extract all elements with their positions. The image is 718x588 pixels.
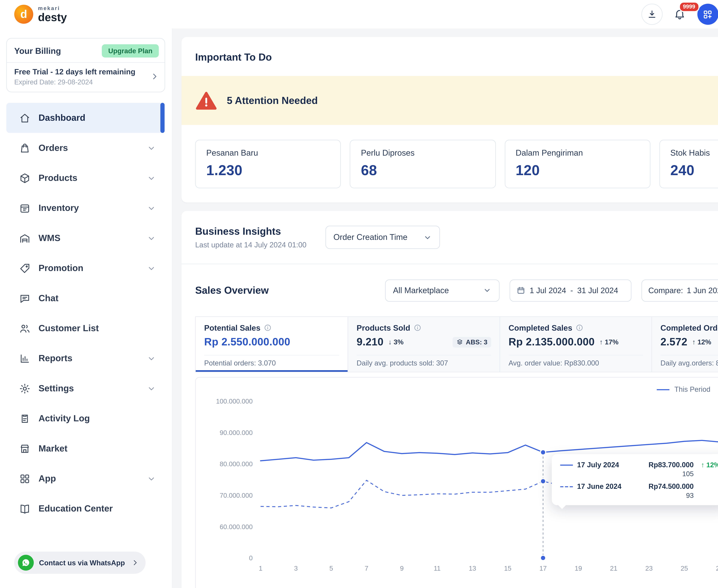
notifications-button[interactable]: 9999 — [669, 4, 690, 25]
status-card-value: 240 — [670, 162, 718, 179]
status-card-stok-habis[interactable]: Stok Habis 240 — [659, 140, 718, 188]
sidebar-item-market[interactable]: Market — [6, 434, 165, 464]
svg-text:90.000.000: 90.000.000 — [220, 429, 253, 436]
sidebar-item-label: Inventory — [39, 203, 79, 213]
metric-label: Products Sold — [356, 323, 410, 332]
whatsapp-label: Contact us via WhatsApp — [39, 559, 125, 567]
info-icon[interactable] — [264, 324, 271, 332]
marketplace-select[interactable]: All Marketplace — [385, 279, 499, 301]
metric-tab-products-sold[interactable]: Products Sold9.210↓ 3%ABS: 3Daily avg. p… — [348, 317, 499, 372]
sidebar-item-orders[interactable]: Orders — [6, 133, 165, 163]
order-creation-time-select[interactable]: Order Creation Time — [326, 226, 440, 249]
status-card-label: Perlu Diproses — [361, 148, 485, 158]
svg-text:7: 7 — [365, 565, 368, 572]
metric-tab-completed-orders[interactable]: Completed Orders2.572↑ 12%Daily avg.orde… — [652, 317, 718, 372]
log-icon — [19, 413, 30, 424]
desty-logo-icon: d — [14, 5, 33, 24]
sidebar-item-reports[interactable]: Reports — [6, 343, 165, 373]
svg-text:23: 23 — [645, 565, 653, 572]
sidebar-item-dashboard[interactable]: Dashboard — [6, 103, 165, 133]
last-update-text: Last update at 14 July 2024 01:00 — [195, 240, 325, 249]
metric-delta: ↑ 17% — [599, 338, 618, 346]
whatsapp-contact-button[interactable]: Contact us via WhatsApp — [14, 551, 146, 574]
svg-text:17: 17 — [539, 565, 547, 572]
chevron-down-icon — [147, 264, 156, 273]
svg-text:25: 25 — [681, 565, 688, 572]
apps-button[interactable] — [697, 4, 718, 25]
notification-badge: 9999 — [679, 2, 699, 12]
sidebar-item-promotion[interactable]: Promotion — [6, 253, 165, 283]
info-icon[interactable] — [413, 324, 421, 332]
svg-text:80.000.000: 80.000.000 — [220, 460, 253, 468]
sidebar-item-products[interactable]: Products — [6, 163, 165, 193]
status-card-perlu-diproses[interactable]: Perlu Diproses 68 — [350, 140, 496, 188]
warning-icon — [195, 90, 217, 110]
home-icon — [19, 112, 30, 124]
reports-icon — [19, 353, 30, 364]
metric-value: 9.210 — [356, 336, 384, 348]
grid-icon — [19, 473, 30, 484]
chat-icon — [19, 292, 30, 304]
svg-text:60.000.000: 60.000.000 — [220, 523, 253, 530]
status-card-dalam-pengiriman[interactable]: Dalam Pengiriman 120 — [505, 140, 650, 188]
metric-label: Completed Sales — [509, 323, 572, 332]
metric-value: Rp 2.135.000.000 — [509, 336, 595, 348]
sidebar-item-customer-list[interactable]: Customer List — [6, 313, 165, 343]
svg-text:13: 13 — [469, 565, 476, 572]
sales-chart-card: This Period Previous Period 060.000.0007… — [195, 377, 718, 588]
sidebar-item-education-center[interactable]: Education Center — [6, 493, 165, 524]
svg-text:100.000.000: 100.000.000 — [216, 398, 252, 405]
market-icon — [19, 443, 30, 454]
sidebar-item-wms[interactable]: WMS — [6, 223, 165, 253]
expired-date-text: Expired Date: 29-08-2024 — [14, 78, 147, 86]
sidebar-item-label: Orders — [39, 143, 68, 153]
inventory-icon — [19, 202, 30, 214]
brand-desty: desty — [38, 12, 67, 23]
chevron-down-icon — [147, 173, 156, 183]
chevron-down-icon — [147, 203, 156, 213]
gear-icon — [19, 383, 30, 394]
free-trial-row[interactable]: Free Trial - 12 days left remaining Expi… — [7, 62, 165, 92]
tooltip-date: 17 July 2024 — [577, 461, 649, 469]
metric-subtext: Potential orders: 3.070 — [204, 355, 339, 367]
sidebar-item-inventory[interactable]: Inventory — [6, 193, 165, 223]
sales-overview-title: Sales Overview — [195, 285, 269, 296]
status-card-value: 1.230 — [206, 162, 330, 179]
tag-icon — [19, 262, 30, 274]
upgrade-plan-button[interactable]: Upgrade Plan — [102, 44, 159, 58]
info-icon[interactable] — [575, 324, 583, 332]
sidebar-item-label: Education Center — [39, 503, 113, 514]
sidebar-item-label: Market — [39, 443, 67, 454]
date-range-picker[interactable]: 1 Jul 2024 - 31 Jul 2024 — [510, 279, 632, 301]
metric-delta: ↓ 3% — [388, 338, 404, 346]
important-to-do-card: Important To Do 5 Attention Needed Show … — [182, 37, 718, 203]
top-bar: d mekari desty 9999 Jaya Agung Store — [0, 0, 718, 28]
date-start: 1 Jul 2024 — [530, 286, 566, 295]
business-insights-title: Business Insights — [195, 226, 325, 237]
metric-subtext: Daily avg. products sold: 307 — [356, 355, 491, 367]
sidebar-item-settings[interactable]: Settings — [6, 373, 165, 403]
sidebar-item-activity-log[interactable]: Activity Log — [6, 403, 165, 434]
svg-text:0: 0 — [249, 554, 253, 562]
sidebar-item-chat[interactable]: Chat — [6, 283, 165, 313]
chevron-down-icon — [423, 233, 432, 242]
metric-tab-completed-sales[interactable]: Completed SalesRp 2.135.000.000↑ 17%Avg.… — [499, 317, 652, 372]
tooltip-count: 93 — [649, 491, 694, 499]
metric-delta: ↑ 12% — [692, 338, 711, 346]
status-card-pesanan-baru[interactable]: Pesanan Baru 1.230 — [195, 140, 341, 188]
legend-this-period[interactable]: This Period — [657, 385, 711, 393]
sidebar-item-label: Activity Log — [39, 413, 90, 424]
tooltip-row: 17 July 2024Rp83.700.000↑ 12%105 — [560, 461, 718, 478]
solid-line-sample — [560, 464, 573, 465]
chevron-down-icon — [147, 143, 156, 153]
desty-logo[interactable]: d mekari desty — [14, 5, 67, 24]
tooltip-date: 17 June 2024 — [577, 482, 649, 490]
status-card-label: Stok Habis — [670, 148, 718, 158]
dashed-line-sample — [560, 486, 573, 487]
users-icon — [19, 322, 30, 334]
sidebar-item-app[interactable]: App — [6, 464, 165, 493]
svg-text:19: 19 — [575, 565, 582, 572]
metric-tab-potential-sales[interactable]: Potential SalesRp 2.550.000.000Potential… — [196, 317, 348, 372]
compare-range-picker[interactable]: Compare: 1 Jun 2024 - 30 Jun 2024 — [641, 279, 718, 301]
download-button[interactable] — [641, 4, 662, 25]
